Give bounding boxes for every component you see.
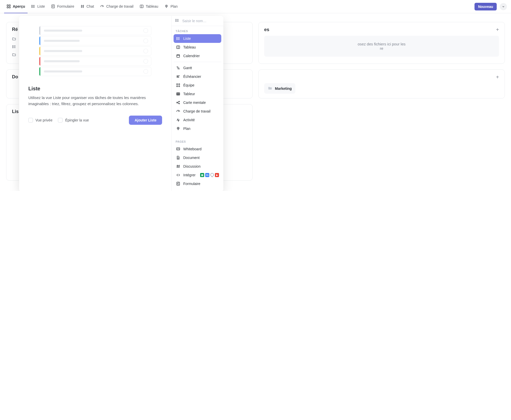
tab-charge[interactable]: Charge de travail bbox=[98, 0, 136, 13]
view-option-plan[interactable]: Plan bbox=[174, 124, 221, 133]
card-title: Do bbox=[12, 74, 18, 80]
view-option-document[interactable]: Document bbox=[174, 153, 221, 162]
svg-rect-77 bbox=[177, 182, 180, 186]
checkbox-label: Épingler la vue bbox=[65, 118, 89, 122]
tab-apercu[interactable]: Aperçu bbox=[4, 0, 28, 13]
folder-item-marketing[interactable]: Marketing bbox=[264, 83, 295, 94]
option-label: Discussion bbox=[183, 164, 201, 168]
svg-line-64 bbox=[178, 102, 179, 103]
maps-icon bbox=[210, 173, 214, 177]
new-options-button[interactable] bbox=[500, 3, 507, 10]
popover-description: Utilisez la vue Liste pour organiser vos… bbox=[28, 95, 162, 107]
calendar-icon bbox=[176, 54, 180, 58]
whiteboard-icon bbox=[176, 147, 180, 151]
dropzone-text: re bbox=[270, 46, 493, 51]
svg-line-16 bbox=[102, 6, 103, 7]
view-option-tableau[interactable]: Tableau bbox=[174, 43, 221, 52]
popover-options-pane: Tâches Liste Tableau Calendrier Gantt bbox=[171, 16, 223, 191]
option-label: Calendrier bbox=[183, 54, 200, 58]
svg-rect-3 bbox=[9, 7, 10, 8]
view-option-calendrier[interactable]: Calendrier bbox=[174, 52, 221, 60]
add-list-button[interactable]: Ajouter Liste bbox=[129, 116, 162, 125]
add-resource-button[interactable]: + bbox=[496, 27, 499, 33]
svg-point-6 bbox=[32, 6, 32, 7]
svg-line-13 bbox=[83, 5, 83, 8]
option-label: Échéancier bbox=[183, 75, 201, 79]
option-label: Liste bbox=[183, 36, 191, 41]
checkbox-private[interactable]: Vue privée bbox=[28, 118, 52, 122]
svg-rect-0 bbox=[7, 5, 8, 6]
timeline-icon bbox=[176, 75, 180, 79]
view-option-tableur[interactable]: Tableur bbox=[174, 90, 221, 98]
option-label: Plan bbox=[183, 127, 190, 131]
option-label: Tableau bbox=[183, 45, 196, 49]
grid-icon bbox=[7, 4, 11, 8]
sheets-icon: ▤ bbox=[200, 173, 204, 177]
view-option-charge[interactable]: Charge de travail bbox=[174, 107, 221, 116]
option-label: Activité bbox=[183, 118, 195, 122]
svg-line-74 bbox=[179, 165, 179, 168]
tab-tableau[interactable]: Tableau bbox=[137, 0, 161, 13]
form-icon bbox=[51, 4, 55, 8]
view-option-formulaire[interactable]: Formulaire bbox=[174, 179, 221, 188]
form-icon bbox=[176, 182, 180, 186]
embed-service-icons: ▤ 31 ▶ bbox=[200, 173, 219, 177]
youtube-icon: ▶ bbox=[215, 173, 219, 177]
option-label: Gantt bbox=[183, 66, 192, 70]
pin-icon bbox=[176, 127, 180, 131]
board-icon bbox=[176, 45, 180, 49]
view-option-integrer[interactable]: Intégrer ▤ 31 ▶ bbox=[174, 171, 221, 179]
document-icon bbox=[176, 156, 180, 160]
gauge-icon bbox=[176, 109, 180, 113]
new-button[interactable]: Nouveau bbox=[475, 3, 497, 10]
view-option-liste[interactable]: Liste bbox=[174, 34, 221, 43]
svg-point-36 bbox=[177, 38, 177, 39]
option-label: Carte mentale bbox=[183, 101, 206, 105]
folder-icon bbox=[268, 86, 272, 91]
card-title: Lis bbox=[12, 109, 19, 114]
list-icon bbox=[31, 4, 35, 8]
section-label-pages: Pages bbox=[172, 137, 223, 145]
svg-point-68 bbox=[178, 128, 178, 128]
list-icon bbox=[176, 36, 180, 41]
svg-point-22 bbox=[13, 45, 13, 46]
view-option-whiteboard[interactable]: Whiteboard bbox=[174, 145, 221, 153]
card-title: es bbox=[264, 27, 269, 32]
svg-point-28 bbox=[176, 19, 176, 20]
option-label: Document bbox=[183, 156, 200, 160]
option-label: Charge de travail bbox=[183, 109, 211, 113]
svg-line-73 bbox=[177, 165, 177, 168]
checkbox-pin[interactable]: Épingler la vue bbox=[58, 118, 89, 122]
dropzone-text: osez des fichiers ici pour les bbox=[270, 42, 493, 46]
gantt-icon bbox=[176, 66, 180, 70]
folder-icon bbox=[12, 53, 16, 57]
chevron-down-icon bbox=[502, 5, 505, 8]
checkbox-icon bbox=[28, 118, 33, 122]
view-option-activite[interactable]: Activité bbox=[174, 116, 221, 124]
dropzone[interactable]: osez des fichiers ici pour les re bbox=[264, 36, 499, 57]
view-option-equipe[interactable]: Équipe bbox=[174, 81, 221, 90]
tab-formulaire[interactable]: Formulaire bbox=[48, 0, 77, 13]
view-option-carte-mentale[interactable]: Carte mentale bbox=[174, 98, 221, 107]
tab-chat[interactable]: Chat bbox=[78, 0, 97, 13]
add-folder-button[interactable]: + bbox=[496, 74, 499, 80]
mindmap-icon bbox=[176, 101, 180, 105]
card-resources: es + osez des fichiers ici pour les re bbox=[258, 22, 505, 64]
tab-plan[interactable]: Plan bbox=[162, 0, 180, 13]
tab-label: Plan bbox=[171, 4, 178, 8]
svg-point-63 bbox=[179, 103, 180, 104]
search-input[interactable] bbox=[182, 19, 220, 23]
pin-icon bbox=[164, 4, 168, 8]
hash-icon bbox=[80, 4, 84, 8]
view-option-echeancier[interactable]: Échéancier bbox=[174, 72, 221, 81]
tab-liste[interactable]: Liste bbox=[29, 0, 47, 13]
tab-label: Tableau bbox=[146, 4, 158, 8]
svg-rect-10 bbox=[52, 5, 54, 8]
view-option-discussion[interactable]: Discussion bbox=[174, 162, 221, 171]
embed-icon bbox=[176, 173, 180, 177]
checkbox-icon bbox=[58, 118, 63, 122]
list-icon bbox=[175, 18, 179, 23]
popover-search[interactable] bbox=[172, 16, 223, 26]
view-option-gantt[interactable]: Gantt bbox=[174, 64, 221, 72]
option-label: Tableur bbox=[183, 92, 195, 96]
